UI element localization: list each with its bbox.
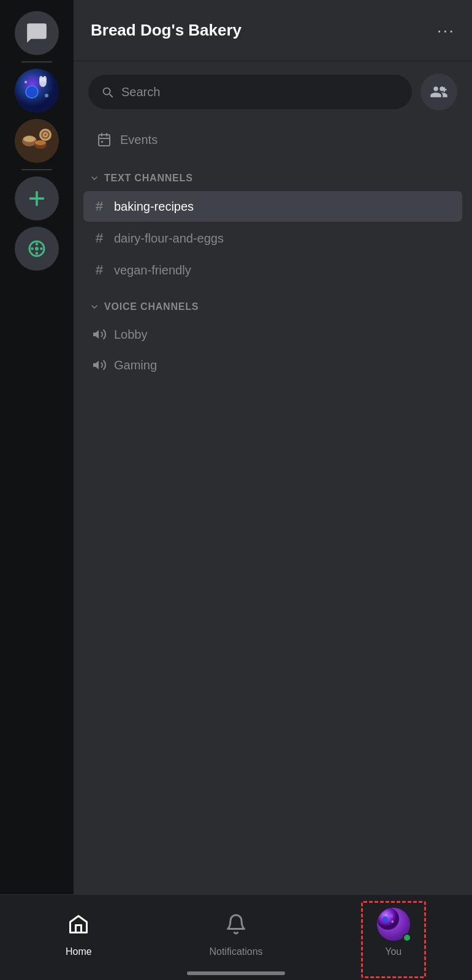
main-panel: Bread Dog's Bakery ··· Search E [74, 0, 472, 980]
gradient-circle [15, 69, 59, 113]
svg-point-17 [44, 134, 47, 136]
channel-name-gaming: Gaming [114, 358, 157, 372]
you-label: You [385, 946, 402, 957]
svg-point-23 [31, 247, 34, 251]
notifications-label: Notifications [209, 946, 262, 957]
nav-home[interactable]: Home [0, 906, 158, 957]
hash-icon-1: # [92, 198, 107, 214]
compass-icon [26, 238, 48, 260]
channel-name-baking: baking-recipes [114, 200, 194, 214]
add-member-icon [430, 83, 448, 101]
speaker-icon-1 [92, 327, 107, 342]
home-icon [67, 913, 89, 935]
svg-point-20 [36, 243, 39, 246]
dm-icon[interactable] [15, 11, 59, 55]
bakery-art [15, 119, 59, 163]
voice-channels-section: Voice Channels Lobby Gaming [74, 292, 472, 386]
svg-rect-24 [99, 135, 110, 146]
channel-name-vegan: vegan-friendly [114, 263, 191, 277]
voice-channels-label: Voice Channels [104, 301, 199, 312]
search-icon [101, 85, 114, 99]
voice-channels-header[interactable]: Voice Channels [83, 296, 462, 317]
add-server-icon[interactable] [15, 176, 59, 221]
bell-icon [225, 913, 247, 935]
svg-point-19 [35, 247, 39, 251]
text-channel-list: # baking-recipes # dairy-flour-and-eggs … [83, 191, 462, 285]
channel-lobby[interactable]: Lobby [83, 320, 462, 349]
server1-wrapper [15, 69, 59, 113]
online-status-dot [403, 933, 411, 942]
svg-rect-25 [101, 141, 103, 143]
server-sidebar [0, 0, 74, 980]
chevron-down-icon [89, 173, 99, 183]
svg-point-28 [377, 908, 399, 930]
search-placeholder: Search [121, 85, 160, 99]
channel-name-lobby: Lobby [114, 328, 148, 342]
events-section: Events [74, 116, 472, 163]
channel-vegan-friendly[interactable]: # vegan-friendly [83, 255, 462, 285]
svg-point-22 [36, 252, 39, 255]
server2-wrapper [15, 119, 59, 163]
events-label: Events [120, 133, 158, 147]
svg-point-7 [39, 76, 43, 82]
svg-marker-26 [93, 330, 99, 339]
svg-point-13 [35, 140, 46, 145]
bakery-circle [15, 119, 59, 163]
svg-point-21 [40, 247, 43, 251]
bottom-nav: Home Notifications [0, 894, 472, 980]
add-member-button[interactable] [421, 74, 457, 110]
home-indicator [187, 971, 285, 975]
you-avatar-wrap [375, 906, 412, 943]
plus-icon [26, 187, 48, 209]
channel-header: Bread Dog's Bakery ··· [74, 0, 472, 61]
svg-point-31 [391, 921, 394, 923]
channel-dairy-flour[interactable]: # dairy-flour-and-eggs [83, 223, 462, 254]
svg-point-4 [45, 94, 48, 97]
home-icon-wrap [60, 906, 97, 943]
server-divider-2 [21, 169, 52, 170]
search-container: Search [74, 61, 472, 116]
hash-icon-2: # [92, 230, 107, 246]
text-channels-label: Text Channels [104, 173, 193, 184]
speaker-icon-2 [92, 358, 107, 372]
svg-point-5 [25, 81, 27, 83]
home-label: Home [66, 946, 92, 957]
voice-channel-list: Lobby Gaming [83, 320, 462, 380]
calendar-icon [97, 132, 112, 147]
svg-point-11 [23, 136, 36, 142]
nav-notifications[interactable]: Notifications [158, 906, 315, 957]
you-avatar-art [377, 908, 399, 930]
more-options-button[interactable]: ··· [437, 21, 455, 40]
svg-point-8 [43, 76, 47, 82]
discover-icon[interactable] [15, 227, 59, 271]
server1-art [15, 69, 59, 113]
server-divider-1 [21, 61, 52, 62]
events-item[interactable]: Events [88, 126, 457, 153]
svg-marker-27 [93, 361, 99, 369]
hash-icon-3: # [92, 262, 107, 278]
notifications-icon-wrap [218, 906, 254, 943]
text-channels-section: Text Channels # baking-recipes # dairy-f… [74, 163, 472, 292]
svg-point-29 [382, 916, 387, 922]
server2-icon[interactable] [15, 119, 59, 163]
channel-name-dairy: dairy-flour-and-eggs [114, 232, 224, 246]
dm-server-wrapper [15, 11, 59, 55]
svg-point-30 [389, 914, 392, 918]
chevron-down-icon-voice [89, 302, 99, 312]
text-channels-header[interactable]: Text Channels [83, 168, 462, 189]
channel-baking-recipes[interactable]: # baking-recipes [83, 191, 462, 222]
server-name-label: Bread Dog's Bakery [91, 21, 242, 40]
server1-icon[interactable] [15, 69, 59, 113]
search-bar[interactable]: Search [88, 75, 412, 109]
chat-icon [25, 21, 48, 45]
channel-gaming[interactable]: Gaming [83, 350, 462, 380]
nav-you[interactable]: You [314, 906, 472, 957]
